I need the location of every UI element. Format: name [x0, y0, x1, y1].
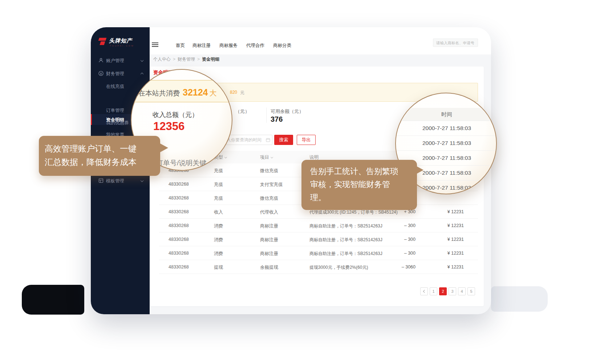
callout-left: 高效管理账户订单、一键 汇总数据，降低财务成本 — [39, 136, 160, 176]
sidebar-item-label: 账户管理 — [106, 58, 124, 64]
cell-type: 充值 — [214, 182, 223, 188]
brand-logo-icon — [98, 37, 107, 45]
cell-desc: 提现3000元，手续费2%(60元) — [309, 264, 368, 271]
nav-item-trademark-register[interactable]: 商标注册 — [192, 43, 211, 49]
header-item: 项目 — [260, 154, 269, 161]
brand-logo-subtext: TOUPAI.COM — [110, 45, 134, 47]
cell-type: 收入 — [214, 209, 223, 215]
banner-amount-rest: 820 — [230, 90, 237, 95]
sidebar-item-finance[interactable]: 财务管理 — [91, 68, 150, 79]
lens-time-header: 时间 — [396, 108, 497, 118]
template-icon — [98, 178, 104, 183]
cell-amount: + 300 — [372, 209, 416, 214]
cell-type: 消费 — [214, 223, 223, 229]
table-row: 48330268 消费 商标注册 商标自助注册，订单号：SB2514263J –… — [159, 219, 478, 232]
finance-icon — [98, 70, 104, 76]
cell-item: 商标注册 — [260, 237, 278, 243]
sidebar-item-label: 我的优惠券 — [106, 120, 129, 126]
cell-order: 48330268 — [169, 182, 189, 187]
cell-item: 支付宝充值 — [260, 182, 283, 188]
cell-item: 微信充值 — [260, 168, 278, 174]
callout-right: 告别手工统计、告别繁琐 审核，实现智能财务管 理。 — [301, 160, 417, 210]
pagination-prev-button[interactable] — [420, 287, 428, 295]
sort-caret-icon[interactable] — [224, 156, 227, 158]
cell-desc: 商标自助注册，订单号：SB2514263J — [309, 237, 382, 243]
lens-table-header-fragment: 订单号/说明关键 — [156, 158, 206, 168]
lens-income-label: 收入总额（元） — [153, 110, 198, 119]
sidebar-item-label: 财务管理 — [106, 71, 124, 77]
lens-income-value: 12356 — [153, 120, 185, 133]
cell-type: 充值 — [214, 195, 223, 202]
cell-item: 商标注册 — [260, 223, 278, 229]
cell-balance: ¥ 12231 — [420, 264, 464, 270]
callout-right-line1: 告别手工统计、告别繁琐 — [310, 165, 417, 178]
lens-time-header-band: 时间 — [396, 108, 497, 121]
table-row: 48330268 消费 商标注册 商标自助注册，订单号：SB2514263J –… — [159, 246, 478, 260]
calendar-icon — [266, 138, 270, 142]
trademark-search-input[interactable] — [433, 39, 478, 47]
cell-order: 48330268 — [169, 237, 189, 242]
sidebar-item-template[interactable]: 模板管理 — [91, 175, 150, 186]
cell-order: 48330268 — [169, 251, 189, 256]
cell-balance: ¥ 12231 — [420, 237, 464, 242]
breadcrumb: 个人中心>财务管理>资金明细 — [153, 56, 219, 62]
cell-balance: ¥ 12231 — [420, 251, 464, 256]
laptop-base-right-shape — [491, 286, 548, 312]
pagination: 1 2 3 4 5 — [420, 287, 475, 295]
nav-item-trademark-service[interactable]: 商标服务 — [219, 43, 238, 49]
cell-order: 48330268 — [169, 209, 189, 214]
breadcrumb-item[interactable]: 财务管理 — [178, 57, 195, 62]
chevron-down-icon — [141, 59, 143, 62]
page-canvas: 首页 商标注册 商标服务 代理合作 商标分类 个人中心>财务管理>资金明细 头牌… — [0, 0, 616, 364]
cell-amount: – 300 — [372, 237, 416, 242]
chevron-left-icon — [423, 290, 426, 293]
callout-right-line2: 审核，实现智能财务管 — [310, 178, 417, 191]
expense-label-fragment: （元） — [235, 108, 250, 115]
pagination-page-5[interactable]: 5 — [467, 287, 475, 295]
sidebar-item-account[interactable]: 账户管理 — [91, 55, 150, 66]
cell-item: 代理收入 — [260, 209, 278, 215]
brand-logo[interactable]: 头牌知产 TOUPAI.COM — [98, 37, 145, 50]
lens-banner-partial-glyph: 大 — [210, 89, 217, 97]
laptop-base-left-shape — [22, 285, 84, 315]
cell-type: 消费 — [214, 251, 223, 257]
pagination-page-4[interactable]: 4 — [458, 287, 466, 295]
cell-order: 48330268 — [169, 223, 189, 228]
menu-hamburger-icon[interactable] — [152, 43, 158, 47]
balance-label: 可用余额（元） — [271, 108, 304, 115]
brand-logo-text: 头牌知产 — [109, 37, 132, 44]
cell-amount: – 300 — [372, 223, 416, 228]
callout-left-line1: 高效管理账户订单、一键 — [45, 142, 160, 155]
banner-unit: 元 — [240, 90, 244, 96]
nav-item-home[interactable]: 首页 — [176, 43, 185, 49]
user-icon — [98, 57, 104, 63]
lens-time-row: 2000-7-27 11:58:03 — [396, 136, 497, 151]
cell-order: 48330268 — [169, 195, 189, 201]
pagination-page-3[interactable]: 3 — [449, 287, 456, 295]
export-button[interactable]: 导出 — [297, 135, 316, 145]
nav-item-agent-coop[interactable]: 代理合作 — [246, 43, 264, 49]
search-button[interactable]: 搜索 — [274, 135, 293, 145]
pagination-page-1[interactable]: 1 — [430, 287, 437, 295]
cell-type: 提现 — [214, 264, 223, 271]
stats-divider — [266, 108, 267, 123]
nav-item-trademark-class[interactable]: 商标分类 — [273, 43, 291, 49]
callout-right-line3: 理。 — [310, 191, 417, 204]
cell-desc: 商标自助注册，订单号：SB2514263J — [309, 251, 382, 257]
breadcrumb-separator: > — [197, 57, 200, 62]
table-row: 48330268 消费 商标注册 商标自助注册，订单号：SB2514263J –… — [159, 232, 478, 246]
cell-balance: ¥ 12231 — [420, 209, 464, 214]
cell-amount: – 3060 — [372, 264, 416, 270]
cell-balance: ¥ 12231 — [420, 223, 464, 228]
breadcrumb-item[interactable]: 个人中心 — [153, 57, 171, 62]
cell-type: 消费 — [214, 237, 223, 243]
balance-value: 376 — [271, 115, 283, 124]
sort-caret-icon[interactable] — [271, 156, 273, 158]
table-row: 48330268 提现 余额提现 提现3000元，手续费2%(60元) – 30… — [159, 260, 478, 274]
cell-item: 余额提现 — [260, 264, 278, 271]
pagination-page-2-active[interactable]: 2 — [439, 287, 447, 295]
cell-item: 商标注册 — [260, 251, 278, 257]
breadcrumb-separator: > — [173, 57, 175, 62]
lens-banner-amount: 32124 — [183, 87, 208, 97]
cell-order: 48330268 — [169, 264, 189, 270]
